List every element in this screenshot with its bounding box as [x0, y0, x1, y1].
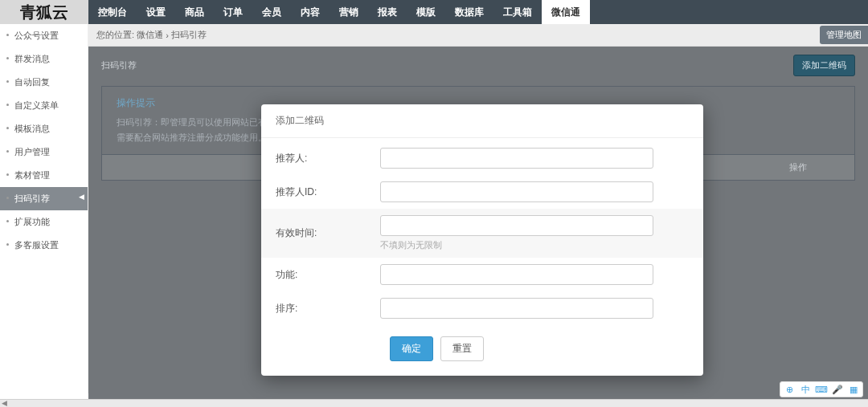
tray-icon[interactable]: ▦	[848, 384, 859, 395]
nav-item-3[interactable]: 订单	[214, 0, 252, 24]
sidebar-item-6[interactable]: 素材管理	[0, 164, 88, 187]
nav-item-9[interactable]: 数据库	[445, 0, 493, 24]
nav-item-0[interactable]: 控制台	[88, 0, 137, 24]
sidebar-item-4[interactable]: 模板消息	[0, 117, 88, 140]
logo: 青狐云	[0, 0, 88, 24]
sidebar-item-7[interactable]: 扫码引荐	[0, 187, 88, 210]
nav-item-8[interactable]: 模版	[407, 0, 445, 24]
add-qrcode-modal: 添加二维码 推荐人: 推荐人ID: 有效时间: 不填则为无限制 功能: 排序: …	[261, 104, 703, 376]
breadcrumb-prefix: 您的位置:	[96, 29, 134, 41]
sidebar: 公众号设置群发消息自动回复自定义菜单模板消息用户管理素材管理扫码引荐扩展功能多客…	[0, 24, 88, 393]
breadcrumb-sep: ›	[166, 31, 169, 40]
nav-item-5[interactable]: 内容	[291, 0, 330, 24]
ok-button[interactable]: 确定	[390, 336, 433, 361]
nav-item-6[interactable]: 营销	[330, 0, 368, 24]
sidebar-item-8[interactable]: 扩展功能	[0, 210, 88, 234]
panel-title: 扫码引荐	[101, 59, 137, 71]
modal-title: 添加二维码	[261, 104, 703, 138]
nav-item-1[interactable]: 设置	[137, 0, 175, 24]
tray-icon[interactable]: ⌨	[816, 384, 827, 395]
sidebar-item-1[interactable]: 群发消息	[0, 47, 88, 71]
tray-icon[interactable]: ⊕	[784, 384, 795, 395]
nav-item-11[interactable]: 微信通	[542, 0, 590, 24]
horizontal-scrollbar[interactable]	[0, 399, 868, 407]
input-function[interactable]	[380, 264, 653, 285]
breadcrumb-a[interactable]: 微信通	[137, 29, 163, 41]
sidebar-item-3[interactable]: 自定义菜单	[0, 94, 88, 117]
nav-item-4[interactable]: 会员	[252, 0, 291, 24]
sidebar-item-2[interactable]: 自动回复	[0, 71, 88, 94]
sidebar-item-9[interactable]: 多客服设置	[0, 234, 88, 257]
top-nav: 控制台设置商品订单会员内容营销报表模版数据库工具箱微信通	[88, 0, 590, 24]
top-bar: 青狐云 控制台设置商品订单会员内容营销报表模版数据库工具箱微信通	[0, 0, 868, 24]
nav-item-7[interactable]: 报表	[368, 0, 407, 24]
tray-icon[interactable]: 🎤	[832, 384, 843, 395]
input-valid-time[interactable]	[380, 215, 653, 236]
input-sort[interactable]	[380, 298, 653, 319]
sidebar-item-5[interactable]: 用户管理	[0, 140, 88, 164]
label-valid-time: 有效时间:	[276, 226, 380, 240]
label-recommender-id: 推荐人ID:	[276, 185, 380, 199]
nav-item-10[interactable]: 工具箱	[493, 0, 542, 24]
col-action: 操作	[742, 155, 854, 180]
breadcrumb-b: 扫码引荐	[171, 29, 207, 41]
input-recommender-id[interactable]	[380, 181, 653, 202]
label-sort: 排序:	[276, 302, 380, 315]
tray-icon[interactable]: 中	[800, 384, 811, 395]
input-recommender[interactable]	[380, 148, 653, 169]
nav-item-2[interactable]: 商品	[175, 0, 214, 24]
breadcrumb: 您的位置: 微信通 › 扫码引荐 管理地图	[88, 24, 868, 47]
ime-tray: ⊕ 中 ⌨ 🎤 ▦	[780, 381, 863, 397]
help-valid-time: 不填则为无限制	[380, 239, 689, 251]
label-function: 功能:	[276, 268, 380, 282]
sidebar-item-0[interactable]: 公众号设置	[0, 24, 88, 47]
reset-button[interactable]: 重置	[440, 336, 484, 361]
label-recommender: 推荐人:	[276, 152, 380, 165]
manage-map-button[interactable]: 管理地图	[820, 26, 868, 44]
add-qrcode-button[interactable]: 添加二维码	[793, 55, 855, 76]
